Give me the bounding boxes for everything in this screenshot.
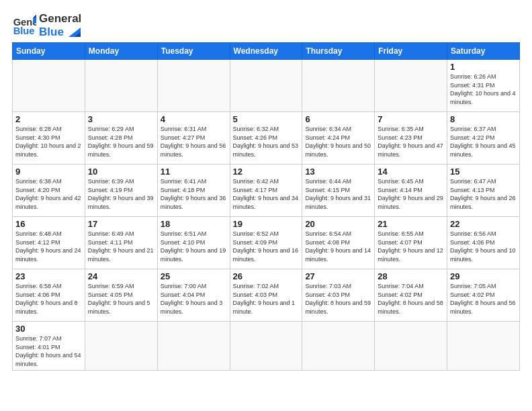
day-number: 10: [88, 167, 154, 177]
calendar-cell: 17Sunrise: 6:49 AM Sunset: 4:11 PM Dayli…: [85, 217, 157, 269]
svg-text:Blue: Blue: [13, 26, 35, 36]
calendar-week-row: 23Sunrise: 6:58 AM Sunset: 4:06 PM Dayli…: [13, 269, 520, 322]
day-info: Sunrise: 7:07 AM Sunset: 4:01 PM Dayligh…: [15, 334, 82, 368]
calendar-cell: 18Sunrise: 6:51 AM Sunset: 4:10 PM Dayli…: [157, 217, 230, 269]
day-number: 21: [378, 219, 444, 229]
day-number: 4: [161, 114, 227, 124]
calendar-cell: 8Sunrise: 6:37 AM Sunset: 4:22 PM Daylig…: [447, 112, 520, 165]
calendar-cell: 24Sunrise: 6:59 AM Sunset: 4:05 PM Dayli…: [85, 269, 157, 322]
day-info: Sunrise: 6:54 AM Sunset: 4:08 PM Dayligh…: [305, 230, 371, 263]
day-number: 17: [88, 219, 154, 229]
calendar-cell: 19Sunrise: 6:52 AM Sunset: 4:09 PM Dayli…: [230, 217, 302, 269]
calendar-cell: 6Sunrise: 6:34 AM Sunset: 4:24 PM Daylig…: [302, 112, 375, 165]
calendar-cell: 30Sunrise: 7:07 AM Sunset: 4:01 PM Dayli…: [13, 322, 85, 371]
calendar-cell: 2Sunrise: 6:28 AM Sunset: 4:30 PM Daylig…: [13, 112, 85, 165]
calendar-cell: 1Sunrise: 6:26 AM Sunset: 4:31 PM Daylig…: [447, 60, 520, 112]
header: General Blue General Blue: [12, 12, 520, 38]
day-number: 9: [15, 167, 82, 177]
day-number: 19: [233, 219, 300, 229]
calendar-cell: 10Sunrise: 6:39 AM Sunset: 4:19 PM Dayli…: [85, 165, 157, 217]
logo-icon: General Blue: [12, 13, 36, 38]
day-info: Sunrise: 6:58 AM Sunset: 4:06 PM Dayligh…: [15, 282, 82, 316]
svg-marker-3: [33, 14, 36, 17]
calendar-cell: 28Sunrise: 7:04 AM Sunset: 4:02 PM Dayli…: [375, 269, 447, 322]
weekday-header-sunday: Sunday: [13, 43, 85, 60]
weekday-header-tuesday: Tuesday: [157, 43, 230, 60]
logo: General Blue General Blue: [12, 12, 81, 38]
calendar-table: SundayMondayTuesdayWednesdayThursdayFrid…: [12, 42, 520, 371]
day-number: 3: [88, 114, 154, 124]
calendar-cell: 16Sunrise: 6:48 AM Sunset: 4:12 PM Dayli…: [13, 217, 85, 269]
day-number: 12: [233, 167, 300, 177]
day-number: 20: [305, 219, 371, 229]
day-info: Sunrise: 6:55 AM Sunset: 4:07 PM Dayligh…: [378, 230, 444, 263]
day-info: Sunrise: 6:29 AM Sunset: 4:28 PM Dayligh…: [88, 125, 154, 158]
day-number: 5: [233, 114, 300, 124]
calendar-cell: 27Sunrise: 7:03 AM Sunset: 4:03 PM Dayli…: [302, 269, 375, 322]
day-number: 2: [15, 114, 82, 124]
day-number: 30: [15, 324, 82, 334]
calendar-cell: 5Sunrise: 6:32 AM Sunset: 4:26 PM Daylig…: [230, 112, 302, 165]
calendar-cell: 22Sunrise: 6:56 AM Sunset: 4:06 PM Dayli…: [447, 217, 520, 269]
day-info: Sunrise: 6:52 AM Sunset: 4:09 PM Dayligh…: [233, 230, 300, 263]
calendar-cell: 21Sunrise: 6:55 AM Sunset: 4:07 PM Dayli…: [375, 217, 447, 269]
weekday-header-thursday: Thursday: [302, 43, 375, 60]
day-number: 11: [161, 167, 227, 177]
day-number: 29: [450, 271, 517, 281]
day-number: 15: [450, 167, 517, 177]
calendar-cell: 20Sunrise: 6:54 AM Sunset: 4:08 PM Dayli…: [302, 217, 375, 269]
day-number: 14: [378, 167, 444, 177]
day-info: Sunrise: 6:47 AM Sunset: 4:13 PM Dayligh…: [450, 177, 517, 211]
day-number: 18: [161, 219, 227, 229]
weekday-header-wednesday: Wednesday: [230, 43, 302, 60]
day-number: 23: [15, 271, 82, 281]
day-number: 6: [305, 114, 371, 124]
day-info: Sunrise: 7:03 AM Sunset: 4:03 PM Dayligh…: [305, 282, 371, 316]
calendar-cell: 14Sunrise: 6:45 AM Sunset: 4:14 PM Dayli…: [375, 165, 447, 217]
calendar-week-row: 1Sunrise: 6:26 AM Sunset: 4:31 PM Daylig…: [13, 60, 520, 112]
calendar-cell: 29Sunrise: 7:05 AM Sunset: 4:02 PM Dayli…: [447, 269, 520, 322]
calendar-cell: 15Sunrise: 6:47 AM Sunset: 4:13 PM Dayli…: [447, 165, 520, 217]
day-number: 26: [233, 271, 300, 281]
calendar-cell: 3Sunrise: 6:29 AM Sunset: 4:28 PM Daylig…: [85, 112, 157, 165]
day-number: 24: [88, 271, 154, 281]
calendar-cell: [157, 322, 230, 371]
calendar-cell: 13Sunrise: 6:44 AM Sunset: 4:15 PM Dayli…: [302, 165, 375, 217]
day-info: Sunrise: 7:04 AM Sunset: 4:02 PM Dayligh…: [378, 282, 444, 316]
calendar-cell: 23Sunrise: 6:58 AM Sunset: 4:06 PM Dayli…: [13, 269, 85, 322]
day-number: 8: [450, 114, 517, 124]
day-info: Sunrise: 6:39 AM Sunset: 4:19 PM Dayligh…: [88, 177, 154, 211]
calendar-cell: 7Sunrise: 6:35 AM Sunset: 4:23 PM Daylig…: [375, 112, 447, 165]
calendar-week-row: 9Sunrise: 6:38 AM Sunset: 4:20 PM Daylig…: [13, 165, 520, 217]
day-number: 1: [450, 62, 517, 72]
weekday-header-saturday: Saturday: [447, 43, 520, 60]
weekday-header-row: SundayMondayTuesdayWednesdayThursdayFrid…: [13, 43, 520, 60]
day-info: Sunrise: 7:05 AM Sunset: 4:02 PM Dayligh…: [450, 282, 517, 316]
day-number: 7: [378, 114, 444, 124]
calendar-week-row: 30Sunrise: 7:07 AM Sunset: 4:01 PM Dayli…: [13, 322, 520, 371]
calendar-cell: 12Sunrise: 6:42 AM Sunset: 4:17 PM Dayli…: [230, 165, 302, 217]
day-info: Sunrise: 6:59 AM Sunset: 4:05 PM Dayligh…: [88, 282, 154, 316]
calendar-week-row: 16Sunrise: 6:48 AM Sunset: 4:12 PM Dayli…: [13, 217, 520, 269]
calendar-cell: [157, 60, 230, 112]
day-number: 13: [305, 167, 371, 177]
calendar-cell: [447, 322, 520, 371]
day-number: 25: [161, 271, 227, 281]
calendar-cell: [85, 322, 157, 371]
day-info: Sunrise: 6:44 AM Sunset: 4:15 PM Dayligh…: [305, 177, 371, 211]
weekday-header-monday: Monday: [85, 43, 157, 60]
calendar-cell: 11Sunrise: 6:41 AM Sunset: 4:18 PM Dayli…: [157, 165, 230, 217]
day-info: Sunrise: 6:35 AM Sunset: 4:23 PM Dayligh…: [378, 125, 444, 158]
calendar-cell: 4Sunrise: 6:31 AM Sunset: 4:27 PM Daylig…: [157, 112, 230, 165]
day-info: Sunrise: 6:32 AM Sunset: 4:26 PM Dayligh…: [233, 125, 300, 158]
weekday-header-friday: Friday: [375, 43, 447, 60]
calendar-cell: [13, 60, 85, 112]
day-number: 27: [305, 271, 371, 281]
day-info: Sunrise: 6:41 AM Sunset: 4:18 PM Dayligh…: [161, 177, 227, 211]
calendar-week-row: 2Sunrise: 6:28 AM Sunset: 4:30 PM Daylig…: [13, 112, 520, 165]
day-number: 28: [378, 271, 444, 281]
logo-triangle-icon: [69, 28, 81, 37]
logo-blue: Blue: [39, 26, 81, 39]
day-info: Sunrise: 6:28 AM Sunset: 4:30 PM Dayligh…: [15, 125, 82, 158]
calendar-cell: [302, 60, 375, 112]
